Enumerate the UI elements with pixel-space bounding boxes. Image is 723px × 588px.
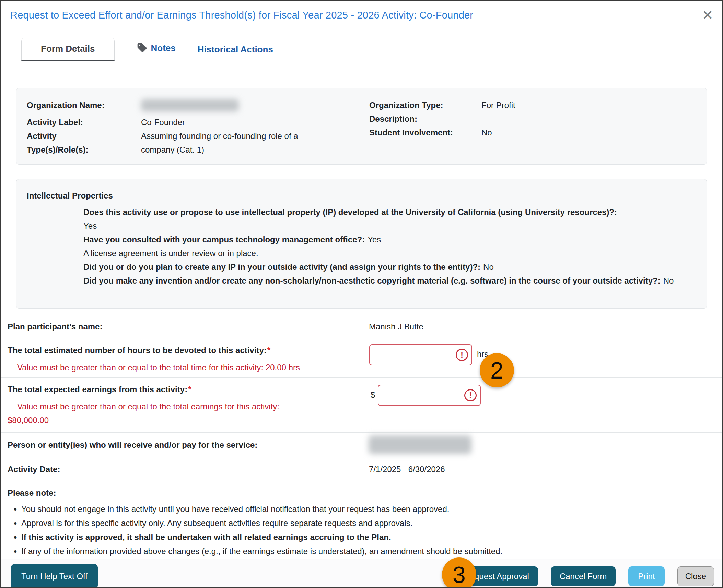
note-bullet-3: If this activity is approved, it shall b… [8,533,709,542]
payer-value-redacted [369,435,471,454]
participant-row: Plan participant's name: Manish J Butte [1,313,722,340]
ip-question-2: Have you consulted with your campus tech… [83,235,365,244]
tab-notes-label: Notes [151,43,176,53]
activity-date-row: Activity Date: 7/1/2025 - 6/30/2026 [1,456,722,482]
earnings-label: The total expected earnings from this ac… [8,385,187,394]
tab-notes[interactable]: Notes [137,41,176,61]
earnings-currency-prefix: $ [371,390,375,400]
organization-summary-box: Organization Name: Activity Label: Co-Fo… [16,88,707,165]
earnings-row: The total expected earnings from this ac… [1,377,722,432]
annotation-step-3-badge: 3 [442,557,476,588]
please-note-heading: Please note: [8,488,709,498]
form-field-rows: Plan participant's name: Manish J Butte … [1,313,722,559]
ip-question-4: Did you make any invention and/or create… [83,276,661,285]
activity-types-label: Activity Type(s)/Role(s): [27,129,141,157]
close-button[interactable]: Close [677,566,714,586]
ip-question-1: Does this activity use or propose to use… [83,207,617,217]
please-note-section: Please note: You should not engage in th… [1,482,722,559]
participant-value: Manish J Butte [369,322,423,332]
student-involvement-label: Student Involvement: [369,126,481,140]
ip-box-title: Intellectual Properties [27,191,696,201]
tab-form-details-label: Form Details [41,44,95,54]
payer-label: Person or entity(ies) who will receive a… [8,440,257,449]
turn-help-text-off-button[interactable]: Turn Help Text Off [11,564,98,588]
org-type-label: Organization Type: [369,98,481,112]
description-label: Description: [369,112,481,126]
activity-date-value: 7/1/2025 - 6/30/2026 [369,465,445,474]
note-bullet-1: You should not engage in this activity u… [8,505,709,514]
earnings-error-line2: $80,000.00 [8,416,49,425]
tab-form-details[interactable]: Form Details [21,38,115,61]
org-name-value-redacted [141,98,333,116]
organization-summary-left: Organization Name: Activity Label: Co-Fo… [27,98,369,164]
ip-answer-1: Yes [83,219,696,233]
please-note-list: You should not engage in this activity u… [8,505,709,556]
earnings-error-icon: ! [464,389,477,401]
intellectual-properties-box: Intellectual Properties Does this activi… [16,179,707,309]
dialog-header: Request to Exceed Effort and/or Earnings… [1,1,722,35]
activity-types-value: Assuming founding or co-founding role of… [141,129,333,157]
ip-box-content: Does this activity use or propose to use… [83,205,696,288]
activity-label-value: Co-Founder [141,116,333,129]
notes-tag-icon [137,42,148,56]
hours-error-text: Value must be greater than or equal to t… [17,363,300,372]
tab-historical-actions-label: Historical Actions [198,44,273,55]
earnings-input-wrap: ! [378,385,481,406]
student-involvement-value: No [481,126,696,140]
note-bullet-2: Approval is for this specific activity o… [8,519,709,528]
tab-bar: Form Details Notes Historical Actions [1,35,722,61]
earnings-error-line1: Value must be greater than or equal to t… [17,402,279,411]
org-name-label: Organization Name: [27,98,141,116]
print-button[interactable]: Print [628,566,664,586]
participant-label: Plan participant's name: [8,322,102,331]
hours-input-wrap: ! [369,344,472,365]
tab-historical-actions[interactable]: Historical Actions [198,44,273,61]
payer-row: Person or entity(ies) who will receive a… [1,432,722,456]
activity-label-label: Activity Label: [27,116,141,129]
dialog-footer: Turn Help Text Off Request Approval Canc… [1,559,722,588]
ip-answer-2: Yes [368,235,381,244]
organization-summary-right: Organization Type: For Profit Descriptio… [369,98,696,164]
exceed-threshold-dialog: Request to Exceed Effort and/or Earnings… [0,0,723,588]
hours-required-asterisk: * [267,346,270,355]
dialog-title: Request to Exceed Effort and/or Earnings… [10,10,473,21]
ip-answer-4: No [663,276,674,285]
cancel-form-button[interactable]: Cancel Form [551,566,616,586]
hours-label: The total estimated number of hours to b… [8,346,267,355]
ip-question-3: Did you or do you plan to create any IP … [83,262,480,272]
activity-date-label: Activity Date: [8,465,60,474]
org-type-value: For Profit [481,98,696,112]
ip-license-note: A license agreement is under review or i… [83,247,696,260]
hours-row: The total estimated number of hours to b… [1,340,722,377]
earnings-required-asterisk: * [188,385,191,394]
hours-error-icon: ! [456,349,468,361]
note-bullet-4: If any of the information provided above… [8,547,709,556]
ip-answer-3: No [483,262,494,272]
annotation-step-2-badge: 2 [480,353,514,387]
description-value [481,112,696,126]
close-icon[interactable]: ✕ [702,8,713,22]
